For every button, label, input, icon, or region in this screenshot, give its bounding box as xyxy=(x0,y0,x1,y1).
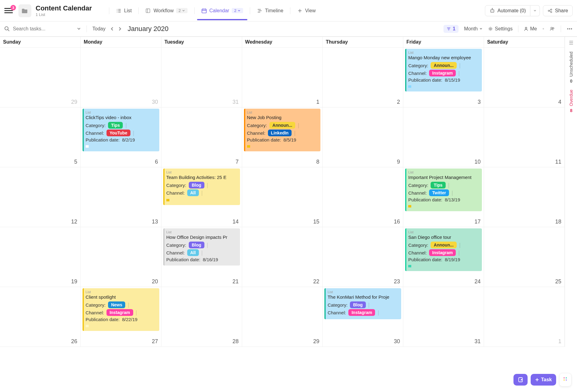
task-list-label: List xyxy=(86,111,157,114)
calendar-cell[interactable]: 15 xyxy=(242,167,323,227)
date-number: 17 xyxy=(474,219,481,225)
calendar-cell[interactable]: 12 xyxy=(0,167,81,227)
calendar-cell[interactable]: 29 xyxy=(0,48,81,107)
task-card[interactable]: List Team Building Activities: 25 E Cate… xyxy=(163,169,240,205)
calendar-cell[interactable]: 2 xyxy=(323,48,403,107)
calendar-cell[interactable]: 9 xyxy=(323,107,403,167)
tab-calendar[interactable]: Calendar 2 xyxy=(199,1,245,20)
svg-point-21 xyxy=(552,28,554,29)
calendar-cell[interactable]: 28 xyxy=(161,287,242,347)
calendar-cell[interactable]: 18 xyxy=(484,167,565,227)
top-bar: 3 Content Calendar 1 List List Workflow … xyxy=(0,0,577,21)
task-card[interactable]: List Client spotlight Category: News |Ch… xyxy=(83,288,159,331)
task-card[interactable]: List ClickTips video - inbox Category: T… xyxy=(83,109,159,151)
calendar-cell[interactable]: 22 xyxy=(242,227,323,287)
day-header: Sunday xyxy=(0,37,81,48)
date-number: 20 xyxy=(152,278,158,285)
calendar-cell[interactable]: List Mango Monday new employee Category:… xyxy=(403,48,484,107)
today-button[interactable]: Today xyxy=(92,26,106,32)
task-card[interactable]: List New Job Posting Category: Announ...… xyxy=(244,109,321,151)
day-header: Thursday xyxy=(323,37,403,48)
assignees-button[interactable] xyxy=(550,26,555,32)
calendar-cell[interactable]: List The KonMari Method for Proje Catego… xyxy=(323,287,403,347)
calendar-icon xyxy=(201,8,207,14)
page-subtitle: 1 List xyxy=(36,12,92,17)
calendar-cell[interactable]: 29 xyxy=(242,287,323,347)
workflow-count: 2 xyxy=(176,8,188,13)
calendar-cell[interactable]: List ClickTips video - inbox Category: T… xyxy=(81,107,161,167)
svg-line-15 xyxy=(549,11,551,11)
calendar-cell[interactable]: 4 xyxy=(484,48,565,107)
unscheduled-panel[interactable]: 0 Unscheduled xyxy=(569,52,574,83)
views-tabs: List Workflow 2 Calendar 2 Timeline View xyxy=(104,1,317,20)
calendar-cell[interactable]: 5 xyxy=(0,107,81,167)
tab-timeline[interactable]: Timeline xyxy=(255,1,285,20)
chevron-down-icon xyxy=(533,9,536,12)
calendar-cell[interactable]: List Important Project Management Catego… xyxy=(403,167,484,227)
date-number: 30 xyxy=(152,99,158,105)
robot-icon xyxy=(490,8,495,14)
calendar-count: 2 xyxy=(232,8,243,13)
calendar-cell[interactable]: 31 xyxy=(403,287,484,347)
calendar-cell[interactable]: 11 xyxy=(484,107,565,167)
task-title: Important Project Management xyxy=(408,175,479,180)
search-input[interactable] xyxy=(13,26,65,32)
calendar-cell[interactable]: 1 xyxy=(484,287,565,347)
calendar-cell[interactable]: List Client spotlight Category: News |Ch… xyxy=(81,287,161,347)
svg-point-24 xyxy=(571,28,572,29)
date-number: 31 xyxy=(233,99,239,105)
calendar-cell[interactable]: 20 xyxy=(81,227,161,287)
settings-button[interactable]: Settings xyxy=(488,26,513,32)
calendar-cell[interactable]: 31 xyxy=(161,48,242,107)
task-card[interactable]: List San Diego office tour Category: Ann… xyxy=(405,228,482,271)
date-number: 28 xyxy=(233,338,239,345)
month-label: January 2020 xyxy=(128,25,168,33)
svg-point-8 xyxy=(493,11,493,11)
share-button[interactable]: Share xyxy=(543,5,573,16)
filter-button[interactable]: 1 xyxy=(443,25,459,33)
date-number: 13 xyxy=(152,219,158,225)
calendar-cell[interactable]: 30 xyxy=(81,48,161,107)
next-month-button[interactable] xyxy=(117,26,122,31)
calendar-cell[interactable]: 25 xyxy=(484,227,565,287)
date-number: 29 xyxy=(71,99,77,105)
menu-button[interactable]: 3 xyxy=(4,8,13,13)
calendar-cell[interactable]: 16 xyxy=(323,167,403,227)
calendar-cell[interactable]: List New Job Posting Category: Announ...… xyxy=(242,107,323,167)
task-card[interactable]: List Important Project Management Catego… xyxy=(405,169,482,211)
more-button[interactable] xyxy=(567,26,573,32)
task-title: Mango Monday new employee xyxy=(408,55,479,60)
overdue-panel[interactable]: 8 Overdue xyxy=(569,90,574,113)
svg-rect-6 xyxy=(490,10,494,12)
calendar-cell[interactable]: List San Diego office tour Category: Ann… xyxy=(403,227,484,287)
svg-line-17 xyxy=(8,30,10,31)
calendar-cell[interactable]: 10 xyxy=(403,107,484,167)
calendar-cell[interactable]: List Team Building Activities: 25 E Cate… xyxy=(161,167,242,227)
add-view-button[interactable]: View xyxy=(295,1,317,20)
search-dropdown[interactable] xyxy=(77,27,81,31)
list-icon xyxy=(116,8,122,14)
task-card[interactable]: List Mango Monday new employee Category:… xyxy=(405,49,482,91)
rail-icon[interactable] xyxy=(568,40,574,45)
calendar-cell[interactable]: 19 xyxy=(0,227,81,287)
task-card[interactable]: List The KonMari Method for Proje Catego… xyxy=(324,288,401,319)
task-list-label: List xyxy=(166,230,238,234)
period-selector[interactable]: Month xyxy=(464,26,482,32)
task-card[interactable]: List How Office Design impacts Pr Catego… xyxy=(163,228,240,266)
calendar-cell[interactable]: 26 xyxy=(0,287,81,347)
tab-workflow[interactable]: Workflow 2 xyxy=(144,1,189,20)
automate-button[interactable]: Automate (0) xyxy=(485,5,540,16)
calendar-cell[interactable]: List How Office Design impacts Pr Catego… xyxy=(161,227,242,287)
automate-dropdown[interactable] xyxy=(530,5,540,16)
task-title: How Office Design impacts Pr xyxy=(166,235,238,240)
calendar-cell[interactable]: 7 xyxy=(161,107,242,167)
calendar-cell[interactable]: 13 xyxy=(81,167,161,227)
svg-point-10 xyxy=(492,8,493,9)
prev-month-button[interactable] xyxy=(110,26,115,31)
calendar-cell[interactable]: 23 xyxy=(323,227,403,287)
tab-list[interactable]: List xyxy=(114,1,134,20)
folder-icon[interactable] xyxy=(18,4,31,17)
date-number: 24 xyxy=(474,278,481,285)
calendar-cell[interactable]: 1 xyxy=(242,48,323,107)
me-filter[interactable]: Me xyxy=(524,26,537,32)
